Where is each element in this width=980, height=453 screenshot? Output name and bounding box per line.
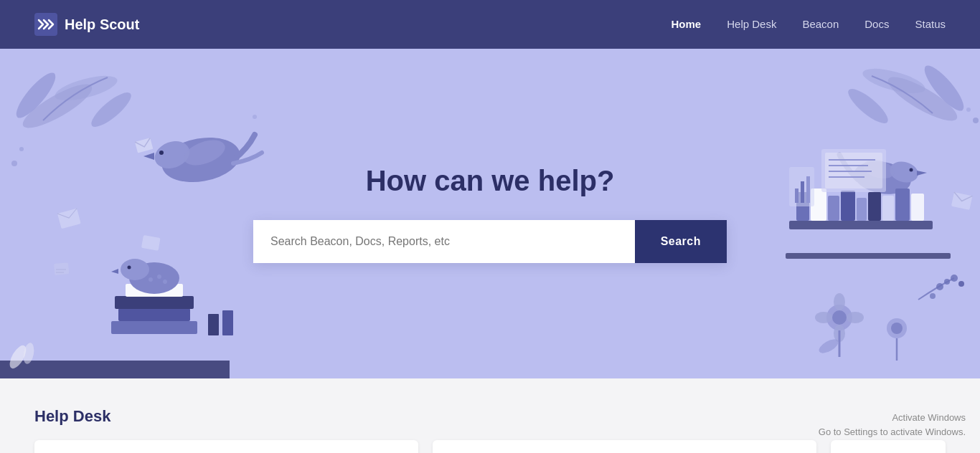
nav-docs[interactable]: Docs [864,18,889,30]
svg-point-71 [944,279,950,285]
svg-point-28 [157,275,161,279]
svg-rect-49 [882,196,894,221]
svg-point-81 [966,108,971,112]
section-title: Help Desk [34,407,946,426]
nav-home[interactable]: Home [672,18,702,30]
svg-rect-19 [115,296,194,309]
svg-rect-77 [795,189,798,203]
logo-text: Help Scout [65,16,139,33]
svg-rect-45 [828,196,839,221]
svg-point-82 [19,147,24,151]
svg-rect-17 [111,321,197,334]
search-bar: Search [253,220,727,263]
svg-point-70 [936,283,943,290]
svg-point-24 [121,259,149,280]
logo-icon [34,13,57,36]
svg-rect-42 [789,221,933,229]
svg-rect-79 [806,176,810,203]
svg-point-73 [958,281,964,287]
card-1 [34,440,418,453]
svg-rect-47 [857,198,867,221]
svg-point-60 [832,310,847,325]
svg-point-84 [253,115,257,119]
navigation: Help Scout Home Help Desk Beacon Docs St… [0,0,980,49]
svg-rect-78 [801,181,804,203]
nav-beacon[interactable]: Beacon [802,18,839,30]
svg-point-9 [159,151,164,155]
windows-line2: Go to Settings to activate Windows. [819,425,966,439]
svg-point-25 [128,266,131,270]
svg-point-74 [930,293,936,299]
svg-rect-30 [0,361,230,378]
hero-content: How can we help? Search [253,165,727,263]
svg-point-27 [149,277,153,282]
logo-link[interactable]: Help Scout [34,13,139,36]
windows-line1: Activate Windows [819,411,966,425]
svg-rect-48 [868,192,881,221]
svg-point-68 [891,323,903,334]
nav-links: Home Help Desk Beacon Docs Status [672,18,946,31]
svg-point-72 [951,275,958,282]
windows-activate-notice: Activate Windows Go to Settings to activ… [819,411,966,439]
svg-rect-14 [54,262,69,275]
card-3 [831,440,946,453]
svg-rect-52 [786,253,951,259]
svg-rect-50 [895,189,910,221]
svg-point-61 [834,293,845,310]
search-input[interactable] [253,220,635,263]
svg-point-64 [847,312,864,323]
svg-point-83 [11,161,17,166]
svg-rect-46 [841,191,855,221]
card-2 [433,440,816,453]
svg-rect-21 [208,314,219,335]
svg-point-29 [163,280,167,284]
svg-rect-51 [911,194,924,221]
search-button[interactable]: Search [635,220,727,263]
hero-section: How can we help? Search [0,49,980,378]
svg-point-80 [973,118,979,123]
hero-title: How can we help? [253,165,727,197]
svg-rect-22 [222,310,233,335]
cards-row [34,440,946,453]
nav-status[interactable]: Status [915,18,946,30]
svg-rect-18 [118,308,190,321]
svg-point-40 [910,168,913,172]
svg-point-63 [815,312,832,323]
nav-helpdesk[interactable]: Help Desk [727,18,776,30]
